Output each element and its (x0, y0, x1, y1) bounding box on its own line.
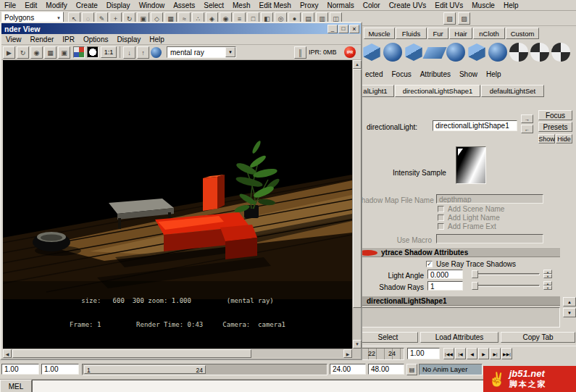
shelf-tab-fluids[interactable]: Fluids (396, 28, 427, 39)
rv-menu-options[interactable]: Options (79, 35, 112, 44)
menu-assets[interactable]: Assets (169, 1, 199, 10)
menu-mesh[interactable]: Mesh (228, 1, 254, 10)
menu-modify[interactable]: Modify (41, 1, 71, 10)
pause-ipr-icon[interactable]: ║ (294, 46, 306, 59)
expand-node-icon[interactable]: ← (521, 125, 533, 133)
load-attributes-button[interactable]: Load Attributes (420, 332, 498, 343)
rv-menu-display[interactable]: Display (112, 35, 145, 44)
light-angle-stepper[interactable]: ▲ ▼ (543, 270, 552, 279)
vscroll-thumb[interactable] (353, 69, 362, 308)
menu-help[interactable]: Help (499, 1, 523, 10)
render-view-titlebar[interactable]: nder View _ □ × (1, 23, 361, 34)
ae-menu-attributes[interactable]: Attributes (416, 70, 455, 79)
notes-section-header[interactable]: directionalLightShape1 (356, 296, 560, 306)
shelf-polycone-icon[interactable] (467, 43, 486, 62)
rv-menu-view[interactable]: View (1, 35, 26, 44)
window-resize-corner[interactable] (352, 349, 361, 358)
chevron-down-icon[interactable]: ▼ (543, 285, 552, 290)
light-angle-slider[interactable] (470, 270, 541, 279)
mel-button[interactable]: MEL (0, 380, 32, 392)
ae-menu-focus[interactable]: Focus (387, 70, 415, 79)
step-forward-button[interactable]: ▶| (490, 348, 501, 359)
scroll-up-icon[interactable]: ▲ (353, 60, 362, 69)
render-icon[interactable]: ▶ (3, 46, 15, 59)
maximize-button[interactable]: □ (338, 25, 348, 33)
render-globals-icon[interactable] (151, 47, 162, 58)
render-vscrollbar[interactable]: ▲ ▼ (352, 60, 361, 349)
shelf-tab-fur[interactable]: Fur (427, 28, 448, 39)
ae-menu-list-selected[interactable]: ected (361, 70, 387, 79)
rgb-channels-swatch[interactable] (73, 46, 85, 58)
use-raytrace-checkbox[interactable]: ✓ (426, 261, 433, 267)
misc-tool-icon[interactable]: ▨ (458, 12, 470, 25)
ae-scroll-down-icon[interactable]: ▼ (563, 308, 576, 317)
shelf-tab-ncloth[interactable]: nCloth (473, 28, 505, 39)
redo-render-icon[interactable]: ↻ (17, 46, 29, 59)
show-button[interactable]: Show (538, 134, 555, 143)
shelf-polyplane-icon[interactable] (425, 43, 444, 59)
menu-display[interactable]: Display (102, 1, 135, 10)
playback-end-field[interactable]: 24.00 (330, 364, 366, 375)
node-name-field[interactable]: directionalLightShape1 (433, 120, 517, 131)
range-slider-track[interactable]: 1 24 (82, 364, 327, 375)
shelf-polysphere-icon[interactable] (383, 43, 402, 62)
remove-image-icon[interactable]: ↑ (137, 46, 149, 59)
scroll-down-icon[interactable]: ▼ (353, 340, 362, 349)
ae-menu-help[interactable]: Help (482, 70, 506, 79)
ae-menu-show[interactable]: Show (455, 70, 482, 79)
shadow-rays-stepper[interactable]: ▲ ▼ (543, 281, 552, 291)
focus-node-icon[interactable]: → (521, 114, 533, 123)
light-angle-field[interactable]: 0.000 (427, 270, 463, 279)
animation-start-field[interactable]: 1.00 (1, 364, 39, 375)
play-backwards-button[interactable]: ◀ (467, 348, 477, 359)
render-hscrollbar[interactable]: ◀ ▶ (3, 349, 352, 358)
shelf-tab-muscle[interactable]: Muscle (364, 28, 395, 39)
range-slider-thumb[interactable]: 1 24 (84, 365, 206, 374)
alpha-channel-swatch[interactable] (87, 46, 99, 58)
menu-normals[interactable]: Normals (323, 1, 359, 10)
snapshot-icon[interactable]: ▣ (58, 46, 70, 59)
light-angle-slider-handle[interactable] (472, 270, 478, 278)
shelf-polyhelix-icon[interactable] (488, 43, 507, 62)
notes-area[interactable] (358, 307, 560, 328)
focus-button[interactable]: Focus (538, 110, 572, 120)
menu-muscle[interactable]: Muscle (467, 1, 499, 10)
shelf-polycylinder-icon[interactable] (404, 43, 423, 62)
go-to-end-button[interactable]: ▶▶| (501, 348, 512, 359)
menu-create[interactable]: Create (72, 1, 102, 10)
scroll-right-icon[interactable]: ▶ (343, 349, 352, 358)
shelf-tab-custom[interactable]: Custom (506, 28, 539, 39)
scroll-left-icon[interactable]: ◀ (3, 349, 12, 358)
anim-layer-field[interactable]: No Anim Layer (419, 364, 483, 375)
close-button[interactable]: × (349, 25, 359, 33)
copy-tab-button[interactable]: Copy Tab (501, 332, 575, 343)
shadow-rays-slider-handle[interactable] (472, 282, 478, 290)
shelf-tab-hair[interactable]: Hair (449, 28, 472, 39)
shelf-polytorus-icon[interactable] (446, 43, 465, 62)
show-manipulator-icon[interactable]: ▧ (443, 12, 456, 25)
menu-file[interactable]: File (0, 1, 20, 10)
rv-menu-help[interactable]: Help (145, 35, 169, 44)
ae-tab-defaultlightset[interactable]: defaultLightSet (481, 85, 544, 97)
one-to-one-button[interactable]: 1:1 (101, 46, 117, 58)
animation-end-field[interactable]: 48.00 (368, 364, 404, 375)
menu-color[interactable]: Color (359, 1, 385, 10)
playback-start-field[interactable]: 1.00 (41, 364, 79, 375)
go-to-start-button[interactable]: |◀◀ (443, 348, 454, 359)
hide-button[interactable]: Hide (556, 134, 572, 143)
shelf-checker-sphere-icon[interactable] (530, 43, 549, 62)
menu-select[interactable]: Select (199, 1, 228, 10)
rv-menu-render[interactable]: Render (26, 35, 59, 44)
shadow-rays-slider[interactable] (470, 281, 541, 291)
shelf-checker-sphere-icon[interactable] (551, 43, 570, 62)
use-macro-field[interactable] (436, 234, 543, 243)
presets-button[interactable]: Presets (538, 122, 572, 132)
current-time-field[interactable]: 1.00 (407, 348, 440, 359)
ae-scroll-up-icon[interactable]: ▲ (563, 297, 576, 306)
shelf-checker-sphere-icon[interactable] (509, 43, 528, 62)
ae-tab-directionallightshape1[interactable]: directionalLightShape1 (395, 85, 480, 97)
region-render-icon[interactable]: ▦ (44, 46, 57, 59)
minimize-button[interactable]: _ (327, 25, 338, 33)
raytrace-section-header[interactable]: ytrace Shadow Attributes (356, 247, 560, 257)
step-back-button[interactable]: |◀ (455, 348, 466, 359)
